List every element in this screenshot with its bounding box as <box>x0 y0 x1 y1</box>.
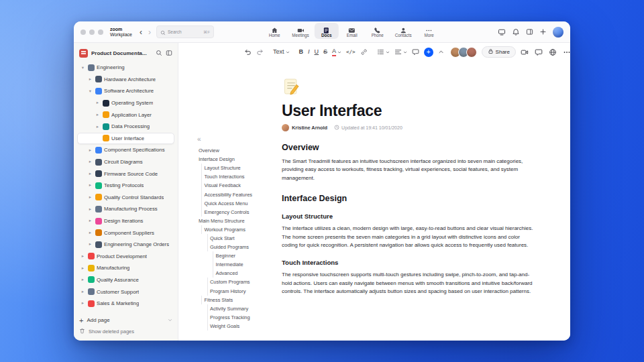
sidebar-item-component-suppliers[interactable]: ▸Component Suppliers <box>77 227 174 239</box>
outline-item-interface-design[interactable]: Interface Design <box>199 155 278 164</box>
sidebar-item-operating-system[interactable]: ▸Operating System <box>77 97 174 109</box>
code-icon[interactable]: </> <box>346 50 356 55</box>
outline-item-touch-interactions[interactable]: Touch Interactions <box>199 172 278 181</box>
chevron-right-icon[interactable]: ▸ <box>87 172 93 176</box>
forward-button[interactable]: › <box>148 28 151 36</box>
sidebar-item-engineering[interactable]: ▾Engineering <box>77 62 174 74</box>
collapse-outline-icon[interactable]: « <box>197 136 278 143</box>
sidebar-item-data-processing[interactable]: ▸Data Processing <box>77 121 174 133</box>
doc-editor[interactable]: User Interface Kristine Arnold Updated a… <box>280 61 550 341</box>
doc-heading-layout-structure[interactable]: Layout Structure <box>282 213 537 220</box>
italic-icon[interactable]: I <box>308 49 310 55</box>
outline-item-layout-structure[interactable]: Layout Structure <box>199 164 278 172</box>
sidebar-item-quality-assurance[interactable]: ▸Quality Assurance <box>77 274 174 286</box>
outline-item-weight-goals[interactable]: Weight Goals <box>199 322 278 330</box>
sidebar-item-sales-marketing[interactable]: ▸Sales & Marketing <box>77 298 174 310</box>
chevron-right-icon[interactable]: ▸ <box>95 125 101 129</box>
sidebar-item-software-architecture[interactable]: ▾Software Architecture <box>77 85 174 97</box>
globe-icon[interactable] <box>549 48 557 56</box>
chevron-right-icon[interactable]: ▸ <box>87 160 93 164</box>
chevron-right-icon[interactable]: ▸ <box>95 113 101 117</box>
collaborator-avatar[interactable] <box>466 47 477 58</box>
doc-heading-overview[interactable]: Overview <box>282 143 537 152</box>
chevron-right-icon[interactable]: ▸ <box>80 301 86 306</box>
add-page-button[interactable]: + Add page <box>79 317 172 323</box>
text-style-dropdown[interactable]: Text <box>273 49 290 55</box>
chevron-right-icon[interactable]: ▸ <box>80 278 86 282</box>
chevron-right-icon[interactable]: ▸ <box>95 101 101 105</box>
sidebar-item-user-interface[interactable]: User Interface <box>77 133 174 145</box>
maximize-button[interactable] <box>98 29 103 35</box>
sidebar-item-manufacturing[interactable]: ▸Manufacturing <box>77 262 174 274</box>
doc-heading-touch-interactions[interactable]: Touch Interactions <box>282 259 537 266</box>
outline-item-overview[interactable]: Overview <box>199 146 278 155</box>
chevron-right-icon[interactable]: ▸ <box>87 242 93 247</box>
comment-icon[interactable] <box>412 48 419 56</box>
outline-item-advanced[interactable]: Advanced <box>199 269 278 278</box>
link-icon[interactable] <box>360 48 368 56</box>
chevron-down-icon[interactable] <box>168 318 172 322</box>
notifications-bell-icon[interactable] <box>512 28 520 36</box>
tab-home[interactable]: Home <box>262 23 286 39</box>
outline-item-fitness-stats[interactable]: Fitness Stats <box>199 296 278 304</box>
close-button[interactable] <box>80 29 86 35</box>
sidebar-item-engineering-change-orders[interactable]: ▸Engineering Change Orders <box>77 239 174 251</box>
tab-contacts[interactable]: Contacts <box>391 23 416 39</box>
back-button[interactable]: ‹ <box>140 28 142 36</box>
sidebar-collapse-icon[interactable] <box>166 50 172 56</box>
chevron-right-icon[interactable]: ▸ <box>87 195 93 200</box>
outline-item-progress-tracking[interactable]: Progress Tracking <box>199 313 278 322</box>
outline-item-visual-feedback[interactable]: Visual Feedback <box>199 181 278 190</box>
outline-item-guided-programs[interactable]: Guided Programs <box>199 243 278 251</box>
sidebar-item-testing-protocols[interactable]: ▸Testing Protocols <box>77 180 174 192</box>
chevron-right-icon[interactable]: ▸ <box>87 77 93 82</box>
sidebar-item-hardware-architecture[interactable]: ▸Hardware Architecture <box>77 74 174 86</box>
sidebar-item-component-specifications[interactable]: ▸Component Specifications <box>77 144 174 156</box>
undo-icon[interactable] <box>244 48 252 56</box>
align-icon[interactable] <box>394 48 407 56</box>
outline-item-workout-programs[interactable]: Workout Programs <box>199 225 278 234</box>
outline-item-program-history[interactable]: Program History <box>199 287 278 296</box>
chevron-right-icon[interactable]: ▸ <box>80 290 86 294</box>
sidebar-item-circuit-diagrams[interactable]: ▸Circuit Diagrams <box>77 156 174 168</box>
sidebar-item-application-layer[interactable]: ▸Application Layer <box>77 109 174 121</box>
doc-paragraph[interactable]: The Smart Treadmill features an intuitiv… <box>282 158 537 182</box>
minimize-button[interactable] <box>89 29 95 35</box>
search-input[interactable]: Search ⌘F <box>156 25 214 38</box>
outline-item-beginner[interactable]: Beginner <box>199 251 278 260</box>
sidebar-item-design-iterations[interactable]: ▸Design Iterations <box>77 215 174 227</box>
outline-item-quick-start[interactable]: Quick Start <box>199 234 278 243</box>
show-deleted-pages-button[interactable]: Show deleted pages <box>79 328 172 335</box>
outline-item-custom-programs[interactable]: Custom Programs <box>199 278 278 286</box>
sidebar-item-quality-control-standards[interactable]: ▸Quality Control Standards <box>77 192 174 204</box>
share-button[interactable]: Share <box>482 46 516 58</box>
doc-paragraph[interactable]: The interface utilizes a clean, modern d… <box>282 225 537 249</box>
panel-toggle-icon[interactable] <box>526 28 533 36</box>
more-options-icon[interactable] <box>563 48 570 56</box>
outline-item-activity-summary[interactable]: Activity Summary <box>199 304 278 313</box>
chevron-right-icon[interactable]: ▸ <box>87 219 93 223</box>
redo-icon[interactable] <box>256 48 264 56</box>
outline-item-intermediate[interactable]: Intermediate <box>199 260 278 269</box>
chevron-right-icon[interactable]: ▸ <box>87 148 93 153</box>
sidebar-item-manufacturing-process[interactable]: ▸Manufacturing Process <box>77 203 174 215</box>
sidebar-search-icon[interactable] <box>156 50 162 56</box>
collection-title[interactable]: Product Documenta... <box>91 50 152 56</box>
doc-heading-interface-design[interactable]: Interface Design <box>282 194 537 203</box>
chevron-right-icon[interactable]: ▸ <box>80 266 86 271</box>
underline-icon[interactable]: U <box>315 49 319 55</box>
chevron-down-icon[interactable]: ▾ <box>87 89 93 94</box>
new-plus-icon[interactable] <box>539 28 547 36</box>
chevron-right-icon[interactable]: ▸ <box>87 231 93 235</box>
video-icon[interactable] <box>521 48 529 56</box>
collapse-toolbar-icon[interactable] <box>438 49 444 55</box>
tab-email[interactable]: Email <box>340 23 364 39</box>
chevron-right-icon[interactable]: ▸ <box>80 254 86 259</box>
tab-more[interactable]: More <box>417 23 441 39</box>
doc-title[interactable]: User Interface <box>282 102 537 120</box>
bullet-list-icon[interactable] <box>377 48 390 56</box>
bold-icon[interactable]: B <box>299 49 304 55</box>
outline-item-main-menu-structure[interactable]: Main Menu Structure <box>199 217 278 225</box>
user-avatar[interactable] <box>553 27 564 38</box>
outline-item-emergency-controls[interactable]: Emergency Controls <box>199 208 278 217</box>
